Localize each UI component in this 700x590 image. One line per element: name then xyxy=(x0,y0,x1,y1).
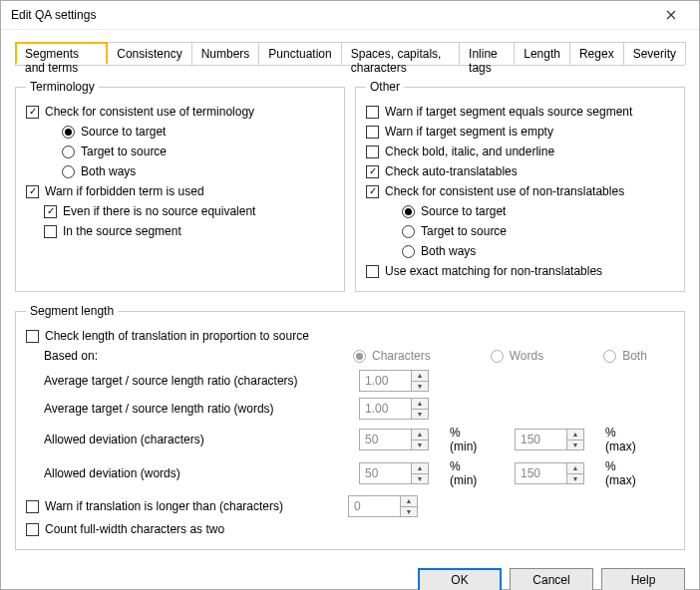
dev-words-min-input[interactable] xyxy=(359,462,411,484)
check-target-empty[interactable] xyxy=(366,126,379,139)
spin-up-icon[interactable]: ▲ xyxy=(412,430,428,440)
check-bold-italic[interactable] xyxy=(366,146,379,158)
check-warn-forbidden[interactable]: ✓ xyxy=(26,185,39,198)
check-nontranslatables[interactable]: ✓ xyxy=(366,185,379,198)
avg-ratio-chars-spinner[interactable]: ▲▼ xyxy=(359,370,444,392)
tab-regex[interactable]: Regex xyxy=(569,42,624,65)
other-group: Other Warn if target segment equals sour… xyxy=(355,80,685,292)
radio-nt-both-ways-label: Both ways xyxy=(421,244,476,258)
dev-words-max-spinner[interactable]: ▲▼ xyxy=(515,462,599,484)
dev-chars-max-spinner[interactable]: ▲▼ xyxy=(515,429,599,450)
radio-nt-source-target-label: Source to target xyxy=(421,204,506,218)
radio-term-source-target-label: Source to target xyxy=(81,125,166,139)
tab-bar: Segments and terms Consistency Numbers P… xyxy=(15,42,685,66)
close-button[interactable] xyxy=(651,1,691,29)
warn-longer-input[interactable] xyxy=(348,495,400,517)
spin-up-icon[interactable]: ▲ xyxy=(567,430,583,440)
check-exact-matching[interactable] xyxy=(366,265,379,278)
titlebar: Edit QA settings xyxy=(1,1,699,30)
help-button[interactable]: Help xyxy=(601,568,685,590)
spin-up-icon[interactable]: ▲ xyxy=(401,496,417,506)
warn-longer-spinner[interactable]: ▲▼ xyxy=(348,495,418,517)
radio-nt-source-target[interactable] xyxy=(402,205,415,218)
spin-down-icon[interactable]: ▼ xyxy=(412,381,428,392)
dev-chars-max-input[interactable] xyxy=(515,429,566,450)
tab-spaces-capitals[interactable]: Spaces, capitals, characters xyxy=(341,42,460,65)
based-on-label: Based on: xyxy=(44,349,353,363)
radio-basedon-both[interactable] xyxy=(603,350,616,363)
radio-nt-both-ways[interactable] xyxy=(402,245,415,258)
dev-words-min-spinner[interactable]: ▲▼ xyxy=(359,462,444,484)
check-exact-matching-label: Use exact matching for non-translatables xyxy=(385,264,602,278)
check-in-source-segment[interactable] xyxy=(44,225,57,238)
radio-term-target-source-label: Target to source xyxy=(81,145,167,158)
radio-basedon-words[interactable] xyxy=(491,350,504,363)
spin-down-icon[interactable]: ▼ xyxy=(567,440,583,450)
check-nontranslatables-label: Check for consistent use of non-translat… xyxy=(385,184,624,198)
dialog-footer: OK Cancel Help xyxy=(1,560,699,590)
avg-ratio-chars-input[interactable] xyxy=(359,370,411,392)
check-warn-longer[interactable] xyxy=(26,500,39,513)
check-length-proportion-label: Check length of translation in proportio… xyxy=(45,329,309,343)
pct-max-suffix-2: % (max) xyxy=(605,459,645,487)
pct-max-suffix: % (max) xyxy=(605,426,645,453)
radio-nt-target-source[interactable] xyxy=(402,225,415,238)
avg-ratio-words-input[interactable] xyxy=(359,398,411,420)
allowed-dev-chars-label: Allowed deviation (characters) xyxy=(44,433,353,446)
dev-chars-min-spinner[interactable]: ▲▼ xyxy=(359,429,444,450)
spin-down-icon[interactable]: ▼ xyxy=(412,440,428,450)
check-bold-italic-label: Check bold, italic, and underline xyxy=(385,145,554,158)
avg-ratio-words-label: Average target / source length ratio (wo… xyxy=(44,402,353,416)
avg-ratio-words-spinner[interactable]: ▲▼ xyxy=(359,398,444,420)
cancel-button[interactable]: Cancel xyxy=(510,568,593,590)
radio-basedon-characters-label: Characters xyxy=(372,349,431,363)
radio-nt-target-source-label: Target to source xyxy=(421,224,507,238)
spin-up-icon[interactable]: ▲ xyxy=(412,399,428,409)
pct-min-suffix-2: % (min) xyxy=(450,459,485,487)
radio-term-source-target[interactable] xyxy=(62,126,75,139)
segment-length-group: Segment length Check length of translati… xyxy=(15,304,685,550)
tab-punctuation[interactable]: Punctuation xyxy=(258,42,341,65)
check-count-fullwidth[interactable] xyxy=(26,523,39,536)
tab-segments-terms[interactable]: Segments and terms xyxy=(15,42,108,65)
check-consistent-terminology-label: Check for consistent use of terminology xyxy=(45,105,254,119)
spin-down-icon[interactable]: ▼ xyxy=(401,506,417,517)
check-warn-longer-label: Warn if translation is longer than (char… xyxy=(45,499,336,513)
check-consistent-terminology[interactable]: ✓ xyxy=(26,106,39,119)
ok-button[interactable]: OK xyxy=(418,568,502,590)
avg-ratio-chars-label: Average target / source length ratio (ch… xyxy=(44,374,353,388)
tab-numbers[interactable]: Numbers xyxy=(191,42,260,65)
spin-up-icon[interactable]: ▲ xyxy=(412,371,428,381)
tab-inline-tags[interactable]: Inline tags xyxy=(459,42,515,65)
dev-chars-min-input[interactable] xyxy=(359,429,411,450)
close-icon xyxy=(666,10,676,20)
spin-down-icon[interactable]: ▼ xyxy=(412,473,428,484)
check-auto-translatables-label: Check auto-translatables xyxy=(385,164,518,178)
dev-words-max-input[interactable] xyxy=(515,462,566,484)
check-even-no-source-label: Even if there is no source equivalent xyxy=(63,204,255,218)
radio-term-both-ways[interactable] xyxy=(62,165,75,178)
segment-length-legend: Segment length xyxy=(26,304,118,318)
pct-min-suffix: % (min) xyxy=(450,426,485,453)
radio-basedon-both-label: Both xyxy=(622,349,647,363)
tab-severity[interactable]: Severity xyxy=(623,42,686,65)
check-target-equals-source[interactable] xyxy=(366,106,379,119)
check-target-empty-label: Warn if target segment is empty xyxy=(385,125,553,139)
check-even-no-source[interactable]: ✓ xyxy=(44,205,57,218)
check-count-fullwidth-label: Count full-width characters as two xyxy=(45,522,224,536)
radio-basedon-characters[interactable] xyxy=(353,350,366,363)
check-length-proportion[interactable] xyxy=(26,330,39,343)
radio-term-target-source[interactable] xyxy=(62,146,75,158)
spin-down-icon[interactable]: ▼ xyxy=(412,409,428,420)
spin-up-icon[interactable]: ▲ xyxy=(567,463,583,473)
radio-term-both-ways-label: Both ways xyxy=(81,164,136,178)
check-in-source-segment-label: In the source segment xyxy=(63,224,181,238)
spin-up-icon[interactable]: ▲ xyxy=(412,463,428,473)
radio-basedon-words-label: Words xyxy=(510,349,543,363)
terminology-legend: Terminology xyxy=(26,80,99,94)
tab-consistency[interactable]: Consistency xyxy=(107,42,191,65)
spin-down-icon[interactable]: ▼ xyxy=(567,473,583,484)
tab-length[interactable]: Length xyxy=(514,42,570,65)
allowed-dev-words-label: Allowed deviation (words) xyxy=(44,466,353,480)
check-auto-translatables[interactable]: ✓ xyxy=(366,165,379,178)
